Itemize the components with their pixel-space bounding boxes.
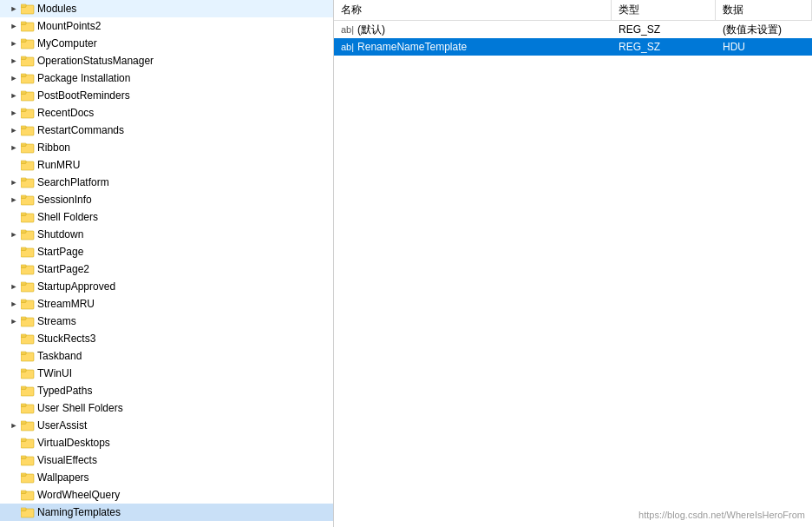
expand-arrow-icon: ►	[7, 280, 21, 293]
tree-item[interactable]: ► StreamMRU	[0, 295, 333, 313]
expand-arrow-icon	[7, 349, 21, 363]
folder-icon	[21, 506, 35, 518]
tree-item-label: StartPage2	[37, 260, 89, 278]
tree-item-label: TWinUI	[37, 365, 72, 382]
tree-item[interactable]: TypedPaths	[0, 382, 333, 399]
svg-rect-8	[21, 39, 26, 41]
folder-icon	[21, 367, 35, 379]
reg-data-cell: HDU	[716, 41, 812, 53]
expand-arrow-icon: ►	[7, 297, 21, 311]
svg-rect-74	[21, 421, 26, 423]
expand-arrow-icon	[7, 453, 21, 467]
tree-item[interactable]: ► RecentDocs	[0, 104, 333, 122]
expand-arrow-icon: ►	[7, 71, 21, 85]
svg-rect-50	[21, 282, 26, 284]
tree-item[interactable]: Wallpapers	[0, 469, 333, 486]
registry-tree[interactable]: ► Modules► MountPoints2► MyComputer► Ope…	[0, 0, 334, 527]
svg-rect-41	[21, 230, 26, 232]
tree-item[interactable]: ► StartupApproved	[0, 278, 333, 295]
svg-rect-14	[21, 74, 26, 76]
expand-arrow-icon: ►	[7, 54, 21, 68]
tree-item-label: User Shell Folders	[37, 399, 123, 417]
reg-name-cell: ab|RenameNameTemplate	[334, 41, 612, 53]
watermark-text: https://blog.csdn.net/WhereIsHeroFrom	[638, 510, 805, 520]
col-header-type: 类型	[612, 0, 716, 20]
expand-arrow-icon: ►	[7, 106, 21, 120]
folder-icon	[21, 37, 35, 49]
expand-arrow-icon: ►	[7, 141, 21, 155]
tree-item[interactable]: ► Modules	[0, 0, 333, 17]
tree-item[interactable]: ► SessionInfo	[0, 191, 333, 208]
tree-item-label: StuckRects3	[37, 330, 95, 347]
svg-rect-32	[21, 178, 26, 180]
tree-item-label: Shutdown	[37, 226, 83, 243]
registry-values-panel: 名称 类型 数据 ab|(默认)REG_SZ(数值未设置)ab|RenameNa…	[334, 0, 812, 527]
svg-rect-11	[21, 56, 26, 58]
expand-arrow-icon	[7, 210, 21, 224]
tree-item[interactable]: RunMRU	[0, 156, 333, 174]
tree-item-label: RestartCommands	[37, 122, 124, 139]
tree-item[interactable]: StartPage	[0, 243, 333, 260]
folder-icon	[21, 385, 35, 397]
tree-item[interactable]: ► Package Installation	[0, 69, 333, 87]
registry-values-list: ab|(默认)REG_SZ(数值未设置)ab|RenameNameTemplat…	[334, 21, 812, 527]
tree-item[interactable]: NamingTemplates	[0, 504, 333, 521]
svg-rect-83	[21, 473, 26, 475]
tree-item[interactable]: WordWheelQuery	[0, 486, 333, 504]
tree-item[interactable]: ► OperationStatusManager	[0, 52, 333, 69]
tree-item[interactable]: StuckRects3	[0, 330, 333, 347]
svg-rect-53	[21, 300, 26, 301]
tree-item-label: Wallpapers	[37, 469, 89, 486]
folder-icon	[21, 20, 35, 32]
tree-item[interactable]: ► Shutdown	[0, 226, 333, 243]
tree-item[interactable]: ► RestartCommands	[0, 122, 333, 139]
svg-rect-77	[21, 438, 26, 440]
tree-item-label: OperationStatusManager	[37, 52, 154, 69]
expand-arrow-icon	[7, 262, 21, 276]
tree-item-label: Streams	[37, 313, 76, 330]
tree-item[interactable]: ► MountPoints2	[0, 17, 333, 35]
expand-arrow-icon: ►	[7, 175, 21, 189]
svg-rect-2	[21, 4, 26, 6]
tree-item[interactable]: ► Streams	[0, 313, 333, 330]
tree-item-label: NamingTemplates	[37, 504, 121, 521]
folder-icon	[21, 211, 35, 223]
tree-item[interactable]: Taskband	[0, 347, 333, 365]
tree-item[interactable]: TWinUI	[0, 365, 333, 382]
svg-rect-38	[21, 213, 26, 214]
column-headers: 名称 类型 数据	[334, 0, 812, 21]
svg-rect-44	[21, 247, 26, 249]
svg-rect-71	[21, 404, 26, 405]
svg-rect-29	[21, 161, 26, 162]
col-header-data: 数据	[716, 0, 812, 20]
tree-item[interactable]: ► UserAssist	[0, 417, 333, 434]
tree-item[interactable]: VirtualDesktops	[0, 434, 333, 451]
tree-item[interactable]: ► MyComputer	[0, 35, 333, 52]
svg-rect-68	[21, 386, 26, 388]
svg-rect-86	[21, 491, 26, 492]
tree-item[interactable]: ► PostBootReminders	[0, 87, 333, 104]
tree-item-label: MountPoints2	[37, 17, 101, 35]
tree-item[interactable]: ► SearchPlatform	[0, 174, 333, 191]
folder-icon	[21, 228, 35, 240]
tree-item[interactable]: Shell Folders	[0, 208, 333, 226]
tree-item[interactable]: User Shell Folders	[0, 399, 333, 417]
expand-arrow-icon: ►	[7, 36, 21, 50]
registry-value-row[interactable]: ab|RenameNameTemplateREG_SZHDU	[334, 38, 812, 56]
expand-arrow-icon	[7, 471, 21, 484]
registry-value-row[interactable]: ab|(默认)REG_SZ(数值未设置)	[334, 21, 812, 38]
reg-name-text: RenameNameTemplate	[357, 41, 467, 53]
tree-item-label: SessionInfo	[37, 191, 92, 208]
folder-icon	[21, 471, 35, 484]
expand-arrow-icon	[7, 366, 21, 380]
expand-arrow-icon	[7, 436, 21, 450]
tree-item[interactable]: StartPage2	[0, 260, 333, 278]
tree-item-label: Modules	[37, 0, 76, 17]
tree-item[interactable]: ► Ribbon	[0, 139, 333, 156]
svg-rect-89	[21, 508, 26, 510]
col-header-name: 名称	[334, 0, 612, 20]
expand-arrow-icon: ►	[7, 2, 21, 16]
tree-item-label: Package Installation	[37, 69, 130, 87]
tree-item-label: Shell Folders	[37, 208, 98, 226]
tree-item[interactable]: VisualEffects	[0, 451, 333, 469]
